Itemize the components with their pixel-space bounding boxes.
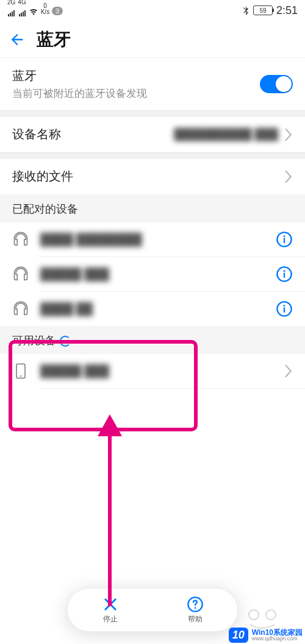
svg-rect-5 bbox=[284, 273, 285, 278]
paired-device-row[interactable]: ████ ██ bbox=[0, 292, 305, 326]
bluetooth-switch[interactable] bbox=[260, 75, 293, 93]
battery-icon: 59 bbox=[253, 5, 273, 15]
watermark: 10 Win10系统家园 www.qdhuajin.com bbox=[229, 628, 303, 643]
device-name-row[interactable]: 设备名称 ██████████ ███ bbox=[0, 116, 305, 152]
bluetooth-toggle-row[interactable]: 蓝牙 当前可被附近的蓝牙设备发现 bbox=[0, 58, 305, 110]
status-bar: 2G 4G 0 K/s 3 59 2:51 bbox=[0, 0, 305, 21]
info-icon[interactable] bbox=[276, 231, 293, 248]
headset-icon bbox=[12, 300, 29, 317]
phone-icon bbox=[12, 363, 29, 380]
svg-point-14 bbox=[266, 610, 276, 620]
svg-point-1 bbox=[283, 235, 285, 237]
available-device-row[interactable]: █████ ███ bbox=[0, 354, 305, 388]
chevron-right-icon bbox=[284, 364, 293, 378]
svg-point-13 bbox=[249, 610, 259, 620]
device-name-value: ██████████ ███ bbox=[174, 128, 278, 141]
paired-device-row[interactable]: █████ ███ bbox=[0, 257, 305, 291]
data-speed: 0 K/s bbox=[41, 3, 49, 15]
bottom-action-bar: 停止 帮助 bbox=[67, 588, 238, 632]
net1-label: 2G bbox=[7, 0, 15, 5]
device-name: ████ ████████ bbox=[40, 233, 142, 246]
stop-label: 停止 bbox=[103, 614, 118, 625]
paired-devices-header: 已配对的设备 bbox=[0, 194, 305, 222]
svg-point-16 bbox=[194, 607, 196, 609]
paired-device-row[interactable]: ████ ████████ bbox=[0, 222, 305, 257]
svg-marker-12 bbox=[98, 414, 122, 436]
notif-count-badge: 3 bbox=[52, 7, 63, 15]
chevron-right-icon bbox=[284, 170, 293, 183]
available-devices-header: 可用设备 bbox=[0, 326, 305, 354]
wifi-icon bbox=[29, 8, 38, 15]
back-arrow-icon[interactable] bbox=[9, 31, 26, 48]
bluetooth-icon bbox=[242, 5, 249, 15]
net2-label: 4G bbox=[18, 0, 26, 5]
svg-rect-8 bbox=[284, 308, 285, 313]
headset-icon bbox=[12, 231, 29, 248]
stop-button[interactable]: 停止 bbox=[102, 596, 119, 625]
device-name: ████ ██ bbox=[40, 302, 93, 316]
help-icon bbox=[187, 596, 204, 613]
page-title: 蓝牙 bbox=[37, 28, 71, 51]
chevron-right-icon bbox=[284, 128, 293, 141]
close-icon bbox=[102, 596, 119, 613]
headset-icon bbox=[12, 266, 29, 283]
watermark-badge: 10 bbox=[229, 628, 248, 643]
watermark-url: www.qdhuajin.com bbox=[252, 636, 303, 642]
ghost-face-icon bbox=[244, 607, 281, 629]
svg-point-7 bbox=[283, 305, 285, 306]
bluetooth-subtitle: 当前可被附近的蓝牙设备发现 bbox=[12, 87, 147, 101]
info-icon[interactable] bbox=[276, 300, 293, 317]
signal-bars-1-icon bbox=[8, 10, 15, 16]
received-files-label: 接收的文件 bbox=[12, 168, 73, 185]
svg-point-4 bbox=[283, 270, 285, 272]
help-button[interactable]: 帮助 bbox=[187, 596, 204, 625]
clock: 2:51 bbox=[276, 4, 298, 17]
device-name: █████ ███ bbox=[40, 364, 109, 378]
page-header: 蓝牙 bbox=[0, 21, 305, 57]
bluetooth-label: 蓝牙 bbox=[12, 68, 147, 84]
svg-point-10 bbox=[20, 375, 21, 377]
signal-bars-2-icon bbox=[19, 10, 26, 16]
info-icon[interactable] bbox=[276, 266, 293, 283]
device-name: █████ ███ bbox=[40, 267, 109, 281]
annotation-arrow-icon bbox=[67, 414, 140, 609]
help-label: 帮助 bbox=[188, 614, 203, 625]
received-files-row[interactable]: 接收的文件 bbox=[0, 158, 305, 194]
svg-rect-2 bbox=[284, 238, 285, 243]
device-name-label: 设备名称 bbox=[12, 126, 61, 143]
